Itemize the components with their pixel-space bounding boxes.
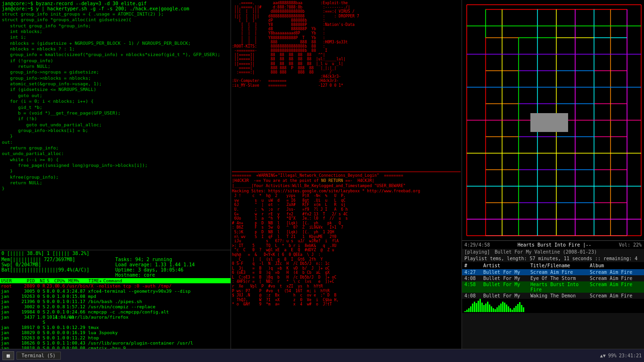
col-title-header: Title/Filename [530,263,585,268]
col-header-cmd: Command [103,278,230,283]
table-row[interactable]: jan30050 S8.00.43:24.87 xfce4-terminal -… [0,288,231,294]
eq-bar [519,302,520,312]
htop-stats: Mem[|||||||||| 727/3697MB] Swp[ 0/2047MB… [0,256,231,278]
eq-bar [512,310,513,312]
eq-bar [493,308,494,312]
col-header-mem: MEM% [66,278,81,283]
eq-bar [504,303,505,312]
player-vol: Vol: 22% [619,242,642,247]
table-row[interactable]: jan186260 S1.00.11:00.43 /usr/lib/aurora… [0,340,231,346]
eq-bar [496,307,498,312]
network-icon: ▲▼ [600,353,606,358]
player-time: 4:29/4:58 [464,242,490,247]
load-info: Load average: 1.33 1.44 1.14 [116,262,230,267]
eq-bar [521,305,522,312]
eq-bar [523,307,524,312]
eq-bar [502,302,504,312]
eq-bar [508,306,509,312]
table-row[interactable]: jan30020 S2.00.81:57.12 /usr/bin/compiz … [0,304,231,309]
table-row[interactable]: jan199840 S2.00.10:24.66 ncmpcpp -c .ncm… [0,309,231,314]
table-row[interactable]: jan213960 S0.00.10:11.17 /bin/bash ./pip… [0,299,231,304]
eq-bar [483,305,485,312]
table-row[interactable]: jan192630 S0.01.00:11.22 htop [0,335,231,340]
eq-bar [517,304,519,312]
playlist-rows: 4:27Bullet For MyScream Aim FireScream A… [462,269,644,299]
warning-text: ======== +WARNING+"Illegal_Network_Conne… [232,173,461,194]
playlist-item[interactable]: 4:58Bullet For MyHearts Burst Into FireS… [462,281,644,293]
eq-bar [491,306,492,312]
eq-bar [478,301,479,312]
swp-bar: Swp[ 0/2047MB] [1,262,116,267]
htop-cpu-bars: 0 [||||| 38.8%] 1 [||||| 38.2%] [0,250,231,256]
playlist-item[interactable]: 4:08Bullet For MyWaking The DemonScream … [462,293,644,299]
table-row[interactable]: root28890 R23.00.6/usr/bin/X -nolisten t… [0,283,231,288]
col-artist-header: Artist [483,263,526,268]
start-button[interactable]: ▦ [2,351,14,360]
hack-warning: ======== +WARNING+"Illegal_Network_Conne… [232,172,461,194]
eq-bar [500,304,502,312]
col-header-s: S [47,278,52,283]
col-header-ni: NI [36,278,47,283]
hack-art-panel: .=====. aad8888888baa :Exploit-the ||,==… [231,0,462,349]
player-status: [playing] Bullet For My Valentine (2008-… [462,249,644,255]
eq-bar [515,306,517,312]
hack-art-top: .=====. aad8888888baa :Exploit-the ||,==… [232,1,461,171]
battery-status: 99% [608,353,617,358]
code-output: struct group_info init_groups = { .usage… [2,11,229,192]
eq-bar [485,304,487,312]
ascii-art-1: .=====. aad8888888baa :Exploit-the ||,==… [232,1,461,88]
bat-bar: Bat[||||||||||||||||99.4%(A/C)] [1,267,116,272]
eq-bar [470,306,471,312]
right-panel: 4:29/4:58 Hearts Burst Into Fire |-- Vol… [462,0,644,349]
equalizer [462,299,644,313]
eq-bar [510,308,511,312]
eq-bar [506,304,507,312]
tasks-info: Tasks: 94; 2 running [116,257,230,262]
eq-bar [472,304,473,312]
terminal-area[interactable]: jan@core:~$ byzanz-record --delay=3 -d 3… [0,0,231,250]
eq-bar [466,310,468,312]
col-header-cpu: CPU% [52,278,66,283]
hack-art-bottom: J ! c * h@ 2 yzps P)X -N< % U P, vw s u … [232,194,461,348]
table-row[interactable]: jan189170 S1.00.10:12.29 tmux [0,325,231,330]
prompt-line-1: jan@core:~$ byzanz-record --delay=3 -d 3… [2,1,229,6]
eq-bar [476,303,477,312]
network-svg [462,0,644,240]
table-row[interactable]: jan34371.0 S10.411:04.40/usr/lib/aurora/… [0,314,231,325]
col-album-header: Album [590,263,642,268]
playlist-item[interactable]: 4:27Bullet For MyScream Aim FireScream A… [462,269,644,275]
player-header: 4:29/4:58 Hearts Burst Into Fire |-- Vol… [462,241,644,249]
eq-bar [495,309,496,312]
player-title: Hearts Burst Into Fire |-- [490,242,619,247]
htop-panel[interactable]: 0 [||||| 38.8%] 1 [||||| 38.2%] Mem[||||… [0,250,231,349]
network-visualization [462,0,644,240]
eq-bar [513,308,515,312]
col-header-pid: PID [17,278,36,283]
playlist-header: # Artist Title/Filename Album [462,262,644,269]
clock: 23:41:21 [619,353,642,358]
col-header-user: USER [1,278,17,283]
svg-rect-77 [530,113,568,132]
eq-bar [479,299,481,312]
eq-bar [474,302,475,312]
current-artist: Bullet For My Valentine (2008-01-23) [495,249,597,255]
eq-bar [481,303,483,312]
playlist-item[interactable]: 4:08Bullet For MyEye Of The StormScream … [462,275,644,281]
uptime-info: Uptime: 3 days, 10:05:46 [116,267,230,272]
playlist-info: Playlist tems, length: 57 minutes, 11 se… [462,255,644,262]
left-panel: jan@core:~$ byzanz-record --delay=3 -d 3… [0,0,231,349]
hostname-info: Hostname: core [116,272,230,278]
playing-status: [playing] [464,249,490,255]
eq-bar [464,311,466,312]
mem-bar: Mem[|||||||||| 727/3697MB] [1,257,116,262]
eq-bar [487,302,488,312]
eq-bar [468,308,470,312]
table-row[interactable]: jan180290 S0.00.00:16.19 lua 3spooky [0,330,231,335]
music-player[interactable]: 4:29/4:58 Hearts Burst Into Fire |-- Vol… [462,240,644,349]
prompt-line-2: jan@core:~$ y | hackertyper.sh -g -f -s … [2,6,229,11]
col-num-header: # [464,263,479,268]
process-table-header: USER PID NI S CPU% MEM% TIME+ Command [0,278,231,283]
table-row[interactable]: jan192630 S0.01.00:15.08 mpd [0,294,231,299]
main-area: jan@core:~$ byzanz-record --delay=3 -d 3… [0,0,644,349]
taskbar-terminal[interactable]: Terminal (5) [17,352,61,360]
